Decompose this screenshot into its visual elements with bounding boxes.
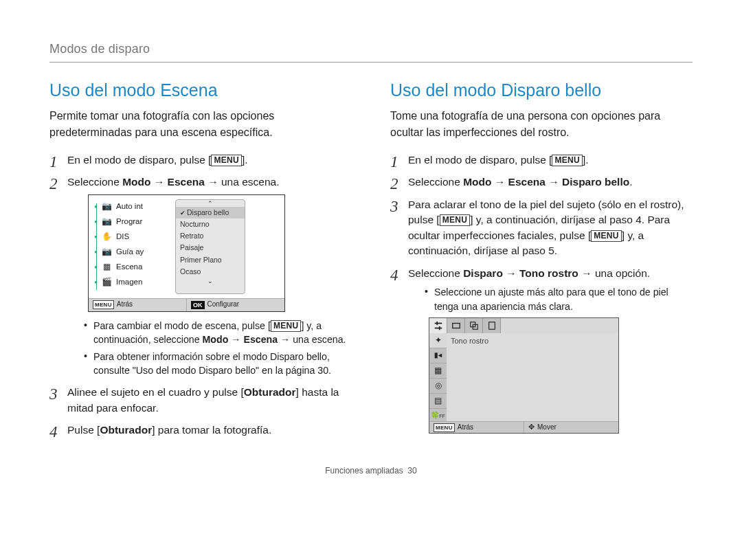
step-2: Seleccione Modo → Escena → Disparo bello…: [390, 175, 693, 190]
step-3: Alinee el sujeto en el cuadro y pulse [O…: [49, 385, 352, 416]
tab-2[interactable]: [447, 318, 465, 333]
mode-auto[interactable]: Auto int: [116, 201, 143, 212]
stack-icon: [469, 321, 479, 331]
tab-4[interactable]: [483, 318, 501, 333]
target-icon[interactable]: ◎: [429, 378, 447, 393]
sparkle-icon[interactable]: ✦: [429, 333, 447, 348]
step-4: Seleccione Disparo → Tono rostro → una o…: [390, 266, 693, 434]
camera-program-icon: 📷: [101, 216, 112, 227]
step-4-notes: Seleccione un ajuste más alto para que e…: [408, 285, 693, 313]
step-3: Para aclarar el tono de la piel del suje…: [390, 197, 693, 259]
step-2-modo: Modo: [122, 176, 150, 188]
svg-rect-2: [436, 322, 438, 325]
note-2: Para obtener información sobre el modo D…: [84, 350, 352, 378]
opt-disparo-bello[interactable]: Disparo bello: [176, 207, 245, 219]
chevron-down-icon[interactable]: ⌄: [176, 278, 245, 284]
scene-status-bar: MENUAtrás OKConfigurar: [89, 298, 284, 311]
status-back: Atrás: [458, 423, 473, 433]
tab-3[interactable]: [465, 318, 483, 333]
mode-program[interactable]: Prograr: [116, 216, 142, 227]
camera-auto-icon: 📷: [101, 201, 112, 212]
calendar-icon[interactable]: ▤: [429, 393, 447, 408]
step-1-text-a: En el modo de disparo, pulse [: [67, 154, 211, 166]
tono-rostro-label: Tono rostro: [451, 337, 488, 345]
mode-scene[interactable]: Escena: [116, 261, 142, 273]
step-2-escena: Escena: [168, 176, 205, 188]
shutter-key: Obturador: [244, 386, 296, 398]
grid-icon[interactable]: ▦: [429, 363, 447, 378]
step-1: En el modo de disparo, pulse [MENU].: [390, 153, 693, 168]
page-number: 30: [407, 466, 416, 475]
status-back: Atrás: [117, 300, 133, 310]
left-icon-rail: ✦ ▮◂ ▦ ◎ ▤ 🍀FF: [429, 333, 447, 421]
hand-icon: ✋: [101, 231, 112, 243]
menu-button[interactable]: MENU: [434, 423, 455, 432]
opt-paisaje[interactable]: Paisaje: [176, 242, 245, 254]
header-divider: [49, 62, 693, 63]
steps-escena: En el modo de disparo, pulse [MENU]. Sel…: [49, 153, 352, 438]
svg-rect-0: [434, 323, 442, 324]
step-1: En el modo de disparo, pulse [MENU].: [49, 153, 352, 168]
size-icon: [451, 321, 461, 331]
ok-button[interactable]: OK: [191, 301, 205, 309]
tab-1[interactable]: [429, 318, 447, 334]
status-config: Configurar: [207, 300, 240, 310]
note-1: Seleccione un ajuste más alto para que e…: [425, 285, 693, 313]
svg-rect-7: [488, 322, 495, 330]
menu-button[interactable]: MENU: [93, 300, 114, 309]
scene-mode-screenshot: ●📷Auto int ●📷Prograr ●✋DIS ●📷Guía ay ●▦E…: [88, 194, 285, 312]
step-2-text-a: Seleccione: [67, 176, 122, 188]
breadcrumb: Modos de disparo: [49, 40, 693, 58]
opt-ocaso[interactable]: Ocaso: [176, 266, 245, 278]
opt-primer-plano[interactable]: Primer Plano: [176, 254, 245, 266]
opt-nocturno[interactable]: Nocturno: [176, 219, 245, 230]
step-2: Seleccione Modo → Escena → una escena. ●…: [49, 175, 352, 378]
lead-escena: Permite tomar una fotografía con las opc…: [49, 108, 352, 139]
shutter-key: Obturador: [100, 424, 152, 436]
column-right: Uso del modo Disparo bello Tome una foto…: [390, 78, 693, 445]
status-move: Mover: [537, 423, 556, 433]
lead-beauty: Tome una fotografía de una persona con o…: [390, 108, 693, 139]
scene-mode-list: ●📷Auto int ●📷Prograr ●✋DIS ●📷Guía ay ●▦E…: [89, 195, 175, 298]
mode-dis[interactable]: DIS: [116, 231, 129, 243]
mode-image[interactable]: Imagen: [116, 276, 142, 288]
m-icon[interactable]: ▮◂: [429, 348, 447, 363]
scene-icon: ▦: [101, 261, 112, 273]
opt-retrato[interactable]: Retrato: [176, 230, 245, 242]
svg-rect-3: [438, 326, 440, 330]
mode-guide[interactable]: Guía ay: [116, 246, 144, 258]
menu-button[interactable]: MENU: [271, 320, 302, 332]
step-2-text-d: → una escena.: [205, 176, 280, 188]
step-4: Pulse [Obturador] para tomar la fotograf…: [49, 423, 352, 438]
column-left: Uso del modo Escena Permite tomar una fo…: [49, 78, 352, 445]
beauty-status-bar: MENUAtrás ✥Mover: [429, 421, 618, 433]
menu-button[interactable]: MENU: [552, 155, 583, 166]
menu-button[interactable]: MENU: [440, 214, 471, 226]
svg-rect-1: [434, 328, 442, 329]
guide-icon: 📷: [101, 246, 112, 258]
note-1: Para cambiar el modo de escena, pulse [M…: [84, 319, 352, 347]
footer-label: Funciones ampliadas: [325, 466, 403, 475]
steps-beauty: En el modo de disparo, pulse [MENU]. Sel…: [390, 153, 693, 434]
heading-escena: Uso del modo Escena: [49, 78, 352, 102]
scene-popup: ⌃ Disparo bello Nocturno Retrato Paisaje…: [175, 199, 245, 294]
adjust-icon: [434, 321, 443, 331]
image-icon: 🎬: [101, 276, 112, 288]
step-2-notes: Para cambiar el modo de escena, pulse [M…: [67, 319, 352, 378]
flash-off-icon[interactable]: 🍀FF: [429, 408, 447, 423]
manual-page: Modos de disparo Uso del modo Escena Per…: [0, 0, 742, 478]
dpad-icon: ✥: [528, 422, 535, 433]
page-footer: Funciones ampliadas 30: [49, 465, 693, 477]
heading-beauty: Uso del modo Disparo bello: [390, 78, 693, 102]
beauty-shot-screenshot: ✦ ▮◂ ▦ ◎ ▤ 🍀FF Tono rostro: [429, 317, 619, 434]
doc-icon: [487, 321, 497, 331]
menu-button[interactable]: MENU: [211, 155, 242, 166]
svg-rect-4: [452, 324, 460, 328]
tab-bar: [429, 318, 618, 333]
menu-button[interactable]: MENU: [591, 230, 622, 242]
content-columns: Uso del modo Escena Permite tomar una fo…: [49, 78, 693, 445]
chevron-up-icon[interactable]: ⌃: [176, 200, 245, 207]
step-1-text-b: ].: [242, 154, 248, 166]
